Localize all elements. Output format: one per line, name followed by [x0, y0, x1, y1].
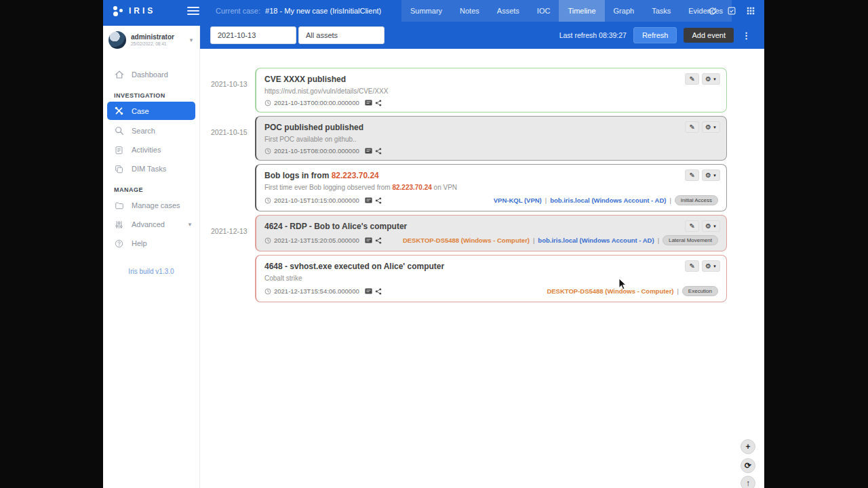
ioc-value[interactable]: 82.223.70.24 — [332, 171, 379, 180]
timeline-row: 2021-10-13✎⚙▼CVE XXXX publishedhttps://n… — [211, 68, 727, 113]
pencil-icon: ✎ — [689, 172, 694, 179]
event-timestamp: 2021-10-15T08:00:00.000000 — [264, 147, 382, 155]
tab-notes[interactable]: Notes — [451, 0, 488, 22]
share-icon[interactable] — [375, 100, 382, 106]
event-settings-button[interactable]: ⚙▼ — [702, 73, 720, 85]
clock-icon — [264, 288, 271, 295]
user-menu[interactable]: administrator 25/02/2022, 08:41 ▼ — [103, 26, 199, 56]
sidebar-item-help[interactable]: Help — [103, 234, 199, 253]
event-title: 4648 - svhost.exe executed on Alice' com… — [264, 262, 718, 271]
plus-fab-button[interactable]: + — [741, 439, 755, 454]
timeline-date-label: 2021-12-13 — [211, 215, 255, 251]
chevron-down-icon: ▼ — [187, 222, 193, 228]
asset-filter-select[interactable]: All assets — [298, 26, 384, 44]
share-icon[interactable] — [375, 288, 382, 295]
event-card[interactable]: ✎⚙▼4648 - svhost.exe executed on Alice' … — [255, 255, 727, 302]
add-event-button[interactable]: Add event — [684, 28, 734, 43]
edit-event-button[interactable]: ✎ — [685, 73, 699, 85]
gear-icon: ⚙ — [705, 223, 711, 230]
event-settings-button[interactable]: ⚙▼ — [702, 169, 720, 181]
tab-tasks[interactable]: Tasks — [643, 0, 679, 22]
top-navbar: IRIS Current case: #18 - My new case (Ir… — [103, 0, 764, 22]
sidebar-item-search[interactable]: Search — [103, 121, 199, 140]
tasks-check-icon[interactable] — [728, 7, 736, 15]
apps-grid-icon[interactable] — [747, 7, 755, 15]
reload-fab-button[interactable]: ⟳ — [741, 458, 755, 473]
tab-summary[interactable]: Summary — [401, 0, 451, 22]
asset-link[interactable]: VPN-KQL (VPN) — [494, 197, 542, 204]
edit-event-button[interactable]: ✎ — [685, 121, 699, 133]
sidebar-item-advanced[interactable]: Advanced▼ — [103, 215, 199, 234]
asset-link[interactable]: bob.iris.local (Windows Account - AD) — [550, 197, 666, 204]
sliders-icon — [114, 220, 124, 230]
event-settings-button[interactable]: ⚙▼ — [702, 220, 720, 232]
raw-event-icon[interactable] — [365, 197, 372, 203]
timeline-row: 2021-10-15✎⚙▼POC published publishedFirs… — [211, 116, 727, 161]
tab-graph[interactable]: Graph — [605, 0, 644, 22]
timeline-date-label — [211, 164, 255, 211]
tab-assets[interactable]: Assets — [488, 0, 528, 22]
event-card[interactable]: ✎⚙▼4624 - RDP - Bob to Alice's computer2… — [255, 215, 727, 251]
event-assets: DESKTOP-DS5488 (Windows - Computer)|bob.… — [403, 235, 718, 245]
sidebar-menu: DashboardINVESTIGATIONCaseSearchActiviti… — [103, 56, 199, 253]
ioc-value[interactable]: 82.223.70.24 — [392, 184, 431, 191]
raw-event-icon[interactable] — [365, 100, 372, 106]
event-footer: 2021-10-15T10:15:00.000000VPN-KQL (VPN)|… — [264, 195, 718, 205]
event-settings-button[interactable]: ⚙▼ — [702, 260, 720, 272]
tab-ioc[interactable]: IOC — [528, 0, 559, 22]
gear-icon: ⚙ — [705, 124, 711, 131]
current-case-label: Current case: — [216, 7, 260, 15]
edit-event-button[interactable]: ✎ — [685, 169, 699, 181]
navbar-icons — [708, 0, 755, 22]
event-settings-button[interactable]: ⚙▼ — [702, 121, 720, 133]
event-description: https://nvd.nist.gov/vuln/details/CVE/XX… — [264, 87, 718, 95]
edit-event-button[interactable]: ✎ — [685, 220, 699, 232]
timeline-list: 2021-10-13✎⚙▼CVE XXXX publishedhttps://n… — [201, 49, 764, 302]
last-refresh-label: Last refresh 08:39:27 — [559, 31, 627, 39]
asset-link[interactable]: DESKTOP-DS5488 (Windows - Computer) — [547, 287, 673, 295]
event-title: Bob logs in from 82.223.70.24 — [264, 171, 718, 180]
kebab-menu-icon[interactable]: ⋮ — [741, 30, 752, 41]
arrow-up-fab-button[interactable]: ↑ — [741, 476, 755, 488]
clock-icon — [264, 197, 271, 204]
gear-icon: ⚙ — [705, 76, 711, 83]
search-icon — [114, 126, 124, 136]
asset-link[interactable]: DESKTOP-DS5488 (Windows - Computer) — [403, 237, 530, 244]
share-icon[interactable] — [375, 197, 382, 204]
home-icon — [114, 70, 124, 80]
raw-event-icon[interactable] — [365, 288, 372, 294]
event-assets: VPN-KQL (VPN)|bob.iris.local (Windows Ac… — [494, 195, 718, 205]
share-icon[interactable] — [375, 148, 382, 155]
gear-icon: ⚙ — [705, 172, 711, 179]
user-login-time: 25/02/2022, 08:41 — [131, 41, 174, 47]
asset-link[interactable]: bob.iris.local (Windows Account - AD) — [538, 237, 654, 244]
tab-timeline[interactable]: Timeline — [559, 0, 604, 22]
event-footer: 2021-12-13T15:20:05.000000DESKTOP-DS5488… — [264, 235, 718, 245]
timeline-date-label: 2021-10-13 — [211, 68, 255, 113]
event-card[interactable]: ✎⚙▼Bob logs in from 82.223.70.24First ti… — [255, 164, 727, 211]
event-timestamp: 2021-10-13T00:00:00.000000 — [264, 99, 382, 106]
clock-icon — [264, 148, 271, 155]
raw-event-icon[interactable] — [365, 237, 372, 243]
event-card[interactable]: ✎⚙▼POC published publishedFirst POC avai… — [255, 116, 727, 161]
sidebar-toggle-icon[interactable] — [187, 7, 199, 15]
event-card[interactable]: ✎⚙▼CVE XXXX publishedhttps://nvd.nist.go… — [255, 68, 727, 113]
event-timestamp: 2021-10-15T10:15:00.000000 — [264, 197, 382, 204]
refresh-button[interactable]: Refresh — [633, 27, 677, 43]
sidebar-item-case[interactable]: Case — [107, 102, 195, 120]
activities-icon — [114, 145, 124, 155]
current-case-breadcrumb: Current case: #18 - My new case (IrisIni… — [216, 7, 381, 15]
sidebar-item-manage-cases[interactable]: Manage cases — [103, 196, 199, 215]
sync-icon[interactable] — [708, 7, 717, 16]
sidebar-item-dim-tasks[interactable]: DIM Tasks — [103, 159, 199, 178]
event-actions: ✎⚙▼ — [685, 260, 720, 272]
folder-icon — [114, 201, 124, 211]
case-tabs: SummaryNotesAssetsIOCTimelineGraphTasksE… — [401, 0, 732, 22]
event-footer: 2021-12-13T15:54:06.000000DESKTOP-DS5488… — [264, 286, 718, 296]
sidebar-item-activities[interactable]: Activities — [103, 140, 199, 159]
raw-event-icon[interactable] — [365, 148, 372, 154]
sidebar-item-dashboard[interactable]: Dashboard — [103, 65, 199, 84]
edit-event-button[interactable]: ✎ — [685, 260, 699, 272]
date-filter-input[interactable]: 2021-10-13 — [210, 26, 296, 44]
share-icon[interactable] — [375, 237, 382, 244]
